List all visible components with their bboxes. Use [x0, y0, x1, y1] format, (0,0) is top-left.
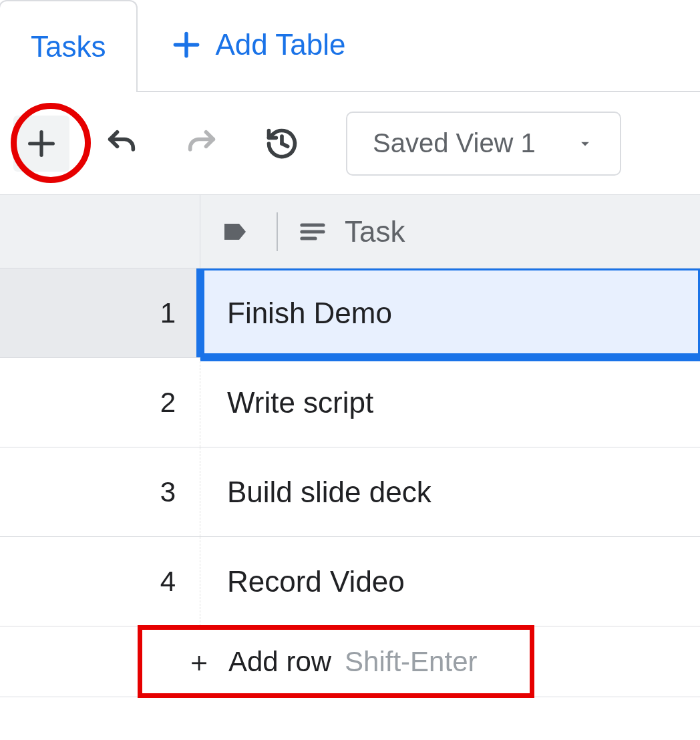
- redo-button[interactable]: [174, 116, 230, 172]
- row-number: 1: [0, 268, 200, 357]
- tab-label: Tasks: [31, 30, 106, 63]
- table-row[interactable]: 4 Record Video: [0, 537, 700, 626]
- table-row[interactable]: 3 Build slide deck: [0, 447, 700, 537]
- table-row[interactable]: 2 Write script: [0, 358, 700, 447]
- table-row[interactable]: 1 Finish Demo: [0, 268, 700, 358]
- saved-view-picker[interactable]: Saved View 1: [346, 112, 621, 176]
- task-cell[interactable]: Finish Demo: [200, 268, 700, 357]
- row-number: 4: [0, 537, 200, 626]
- add-table-label: Add Table: [215, 28, 345, 61]
- history-icon: [265, 126, 299, 161]
- column-header-task[interactable]: Task: [200, 195, 700, 268]
- label-icon: [220, 216, 252, 248]
- history-button[interactable]: [254, 116, 310, 172]
- add-row-hint: Shift-Enter: [345, 646, 477, 678]
- text-lines-icon: [297, 216, 329, 248]
- table-tabs: Tasks Add Table: [0, 0, 700, 92]
- add-row-label: Add row: [228, 646, 331, 678]
- task-cell[interactable]: Build slide deck: [200, 447, 700, 536]
- caret-down-icon: [576, 134, 594, 153]
- row-number-header: [0, 195, 200, 268]
- plus-icon: [170, 28, 203, 61]
- task-cell[interactable]: Write script: [200, 358, 700, 447]
- redo-icon: [184, 126, 219, 161]
- column-header-label: Task: [345, 215, 405, 248]
- add-row-button[interactable]: ＋ Add row Shift-Enter: [0, 626, 700, 697]
- row-number: 2: [0, 358, 200, 447]
- insert-button[interactable]: [13, 116, 69, 172]
- separator: [277, 212, 278, 251]
- table-header-row: Task: [0, 195, 700, 268]
- add-table-button[interactable]: Add Table: [139, 0, 376, 92]
- plus-icon: ＋: [183, 643, 215, 681]
- tab-tasks[interactable]: Tasks: [0, 0, 138, 92]
- plus-icon: [24, 126, 59, 161]
- row-number: 3: [0, 447, 200, 536]
- task-cell[interactable]: Record Video: [200, 537, 700, 626]
- undo-icon: [104, 126, 139, 161]
- tasks-table: Task 1 Finish Demo 2 Write script 3 Buil…: [0, 195, 700, 697]
- toolbar: Saved View 1: [0, 92, 700, 195]
- saved-view-label: Saved View 1: [373, 128, 536, 158]
- svg-line-5: [282, 144, 288, 146]
- undo-button[interactable]: [94, 116, 150, 172]
